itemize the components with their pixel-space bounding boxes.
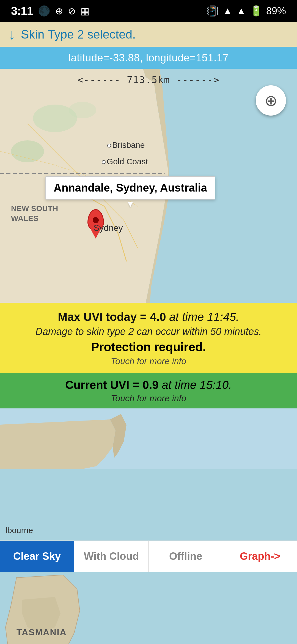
- lower-map-area: lbourne: [0, 408, 297, 541]
- lower-map-svg: [0, 408, 297, 469]
- tab-clear-sky-label: Clear Sky: [13, 550, 61, 562]
- coords-text: latitude=-33.88, longitude=151.17: [68, 52, 229, 64]
- map-scale: <------ 713.5km ------>: [0, 74, 297, 85]
- notification-bar[interactable]: ↓ Skin Type 2 selected.: [0, 22, 297, 47]
- map-popup[interactable]: Annandale, Sydney, Australia: [45, 176, 215, 200]
- svg-point-3: [69, 102, 96, 118]
- moon-icon: 🌑: [38, 5, 50, 17]
- chrome-icon: ⊕: [55, 6, 63, 17]
- tab-with-cloud[interactable]: With Cloud: [74, 541, 148, 572]
- bottom-map-area: TASMANIA Hobart Google: [0, 572, 297, 644]
- uvi-damage-line: Damage to skin type 2 can occur within 5…: [8, 326, 289, 337]
- pin-body: [87, 209, 104, 231]
- wifi-icon: ▲: [223, 5, 233, 17]
- uvi-yellow-banner[interactable]: Max UVI today = 4.0 at time 11:45. Damag…: [0, 303, 297, 373]
- tab-bar: Clear Sky With Cloud Offline Graph->: [0, 541, 297, 572]
- map-container[interactable]: <------ 713.5km ------> ⊕ Brisbane Gold …: [0, 69, 297, 303]
- status-bar: 3:11 🌑 ⊕ ⊘ ▦ 📳 ▲ ▲ 🔋 89%: [0, 0, 297, 22]
- uvi-max-time: at time 11:45.: [169, 310, 239, 323]
- signal-icon: ▲: [236, 5, 246, 17]
- uvi-touch-line: Touch for more info: [8, 356, 289, 366]
- popup-location-text: Annandale, Sydney, Australia: [54, 182, 207, 194]
- svg-point-2: [11, 140, 44, 162]
- uvi-current-text: Current UVI = 0.9: [65, 378, 162, 391]
- battery-percent: 89%: [266, 5, 286, 17]
- notification-arrow: ↓: [8, 26, 15, 43]
- news-icon: ▦: [81, 6, 89, 17]
- tab-with-cloud-label: With Cloud: [84, 550, 139, 562]
- coords-bar: latitude=-33.88, longitude=151.17: [0, 47, 297, 69]
- uvi-current-touch: Touch for more info: [8, 393, 289, 403]
- uvi-current-time: at time 15:10.: [162, 378, 232, 391]
- city-melbourne-partial: lbourne: [6, 526, 33, 535]
- notification-text: Skin Type 2 selected.: [21, 28, 136, 41]
- status-time: 3:11: [11, 4, 33, 18]
- tab-clear-sky[interactable]: Clear Sky: [0, 541, 74, 572]
- uvi-max-text: Max UVI today = 4.0: [58, 310, 169, 323]
- tab-offline-label: Offline: [169, 550, 202, 562]
- pin-dot: [93, 217, 99, 223]
- uvi-current-line: Current UVI = 0.9 at time 15:10.: [8, 378, 289, 392]
- map-pin: [87, 209, 104, 231]
- battery-icon: 🔋: [250, 5, 262, 17]
- cast-icon: ⊘: [68, 6, 76, 17]
- location-button[interactable]: ⊕: [256, 85, 286, 116]
- tab-graph-label: Graph->: [240, 550, 280, 562]
- crosshair-icon: ⊕: [265, 92, 277, 110]
- uvi-green-banner[interactable]: Current UVI = 0.9 at time 15:10. Touch f…: [0, 373, 297, 408]
- uvi-max-line: Max UVI today = 4.0 at time 11:45.: [8, 310, 289, 324]
- vibrate-icon: 📳: [207, 5, 219, 17]
- tab-offline[interactable]: Offline: [149, 541, 223, 572]
- tasmania-label: TASMANIA: [16, 627, 67, 637]
- tab-graph[interactable]: Graph->: [223, 541, 297, 572]
- uvi-protection-line: Protection required.: [8, 340, 289, 354]
